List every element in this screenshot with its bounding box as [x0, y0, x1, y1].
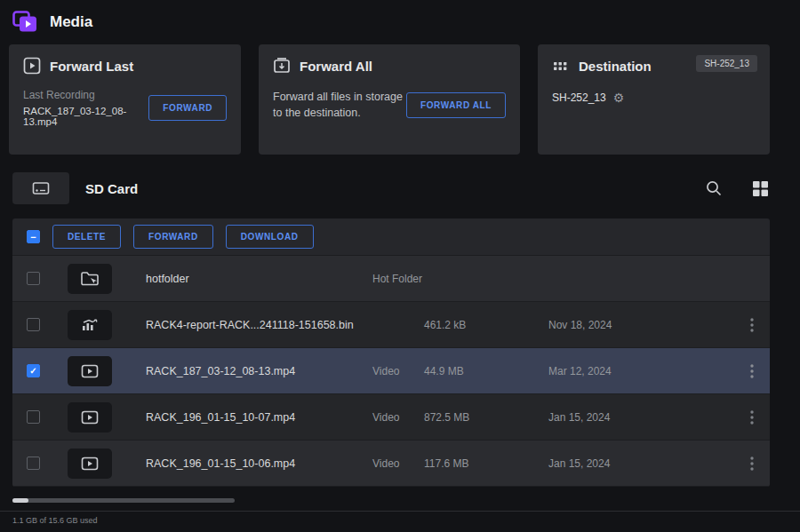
- last-recording-label: Last Recording: [23, 89, 148, 101]
- file-size: 872.5 MB: [424, 411, 548, 424]
- destination-badge: SH-252_13: [696, 55, 757, 72]
- select-all-checkbox[interactable]: [27, 230, 40, 243]
- storage-header: SD Card: [12, 172, 770, 204]
- card-title: Forward Last: [50, 59, 133, 74]
- file-name: RACK4-report-RACK...241118-151658.bin: [146, 319, 372, 331]
- file-date: Mar 12, 2024: [548, 365, 734, 377]
- file-type: Video: [372, 457, 424, 470]
- report-file-icon: [68, 310, 112, 340]
- file-date: Jan 15, 2024: [548, 411, 734, 424]
- storage-title: SD Card: [85, 181, 138, 196]
- row-menu-button[interactable]: [734, 457, 770, 471]
- media-logo-icon: [12, 11, 39, 34]
- play-square-icon: [23, 57, 41, 75]
- sd-card-icon: [32, 180, 50, 196]
- gear-icon[interactable]: ⚙: [613, 91, 625, 105]
- table-toolbar: DELETE FORWARD DOWNLOAD: [12, 218, 770, 256]
- row-menu-button[interactable]: [734, 410, 770, 425]
- destination-card: SH-252_13 Destination SH-252_13 ⚙: [538, 44, 770, 155]
- file-name: RACK_196_01-15_10-07.mp4: [146, 411, 372, 424]
- file-name: hotfolder: [146, 273, 372, 285]
- summary-cards: Forward Last Last Recording RACK_187_03-…: [9, 44, 770, 155]
- forward-all-description: Forward all files in storage to the dest…: [273, 89, 406, 121]
- destination-grid-icon: [552, 57, 570, 75]
- page-title: Media: [50, 13, 92, 31]
- video-file-icon: [68, 402, 112, 433]
- forward-button[interactable]: FORWARD: [148, 95, 227, 121]
- storage-usage-text: 1.1 GB of 15.6 GB used: [0, 512, 800, 525]
- card-title: Forward All: [300, 59, 372, 74]
- file-size: 44.9 MB: [424, 365, 548, 377]
- storage-usage-bar: [12, 498, 235, 503]
- forward-selected-button[interactable]: FORWARD: [133, 225, 213, 249]
- video-file-icon: [68, 356, 112, 386]
- file-name: RACK_187_03-12_08-13.mp4: [146, 365, 372, 377]
- file-name: RACK_196_01-15_10-06.mp4: [146, 457, 372, 470]
- card-title: Destination: [579, 59, 652, 74]
- file-type: Video: [372, 365, 424, 377]
- last-recording-filename: RACK_187_03-12_08-13.mp4: [23, 106, 148, 127]
- file-date: Nov 18, 2024: [548, 319, 734, 331]
- row-checkbox[interactable]: [27, 318, 40, 331]
- row-checkbox[interactable]: [27, 364, 40, 377]
- file-size: 117.6 MB: [424, 457, 548, 470]
- search-button[interactable]: [705, 179, 723, 197]
- app-header: Media: [0, 0, 800, 43]
- storage-selector-button[interactable]: [12, 172, 69, 204]
- table-row[interactable]: RACK4-report-RACK...241118-151658.bin 46…: [12, 302, 770, 348]
- table-row[interactable]: hotfolder Hot Folder: [12, 256, 770, 302]
- row-checkbox[interactable]: [27, 457, 40, 470]
- forward-all-button[interactable]: FORWARD ALL: [406, 92, 506, 118]
- row-checkbox[interactable]: [27, 410, 40, 424]
- file-type: Video: [372, 411, 424, 424]
- delete-button[interactable]: DELETE: [52, 225, 121, 249]
- grid-view-icon: [751, 179, 770, 198]
- row-menu-button[interactable]: [734, 364, 770, 378]
- search-icon: [705, 179, 723, 197]
- download-button[interactable]: DOWNLOAD: [226, 225, 314, 249]
- file-table: DELETE FORWARD DOWNLOAD hotfolder Hot Fo…: [12, 218, 770, 487]
- grid-view-button[interactable]: [751, 179, 770, 198]
- file-size: 461.2 kB: [424, 319, 548, 331]
- table-row[interactable]: RACK_196_01-15_10-06.mp4 Video 117.6 MB …: [12, 441, 770, 487]
- table-row[interactable]: RACK_187_03-12_08-13.mp4 Video 44.9 MB M…: [12, 348, 770, 394]
- file-type: Hot Folder: [372, 273, 424, 285]
- hot-folder-icon: [68, 264, 112, 294]
- forward-all-icon: [273, 57, 291, 75]
- table-row[interactable]: RACK_196_01-15_10-07.mp4 Video 872.5 MB …: [12, 394, 770, 441]
- forward-last-card: Forward Last Last Recording RACK_187_03-…: [9, 44, 241, 155]
- forward-all-card: Forward All Forward all files in storage…: [259, 44, 520, 155]
- destination-value: SH-252_13: [552, 91, 606, 104]
- video-file-icon: [68, 449, 112, 479]
- row-menu-button[interactable]: [734, 318, 770, 332]
- storage-usage-fill: [12, 498, 28, 503]
- row-checkbox[interactable]: [27, 272, 40, 285]
- file-date: Jan 15, 2024: [548, 457, 734, 470]
